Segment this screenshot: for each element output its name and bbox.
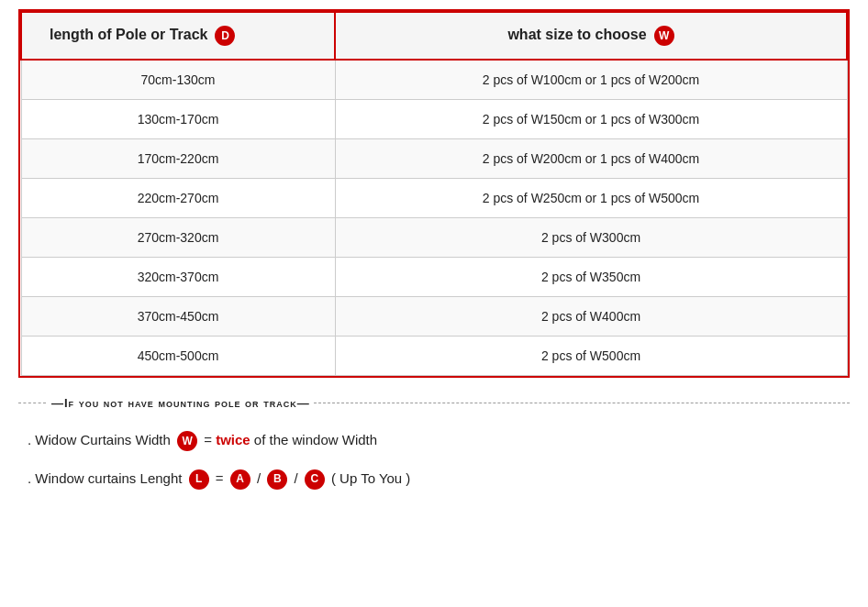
badge-w-header: W [654,26,674,46]
main-container: length of Pole or TrackD what size to ch… [18,9,850,513]
col-pole-label: length of Pole or Track [50,27,207,42]
cell-size: 2 pcs of W200cm or 1 pcs of W400cm [335,139,847,179]
cell-range: 270cm-320cm [21,218,335,258]
note-line2-prefix: . Window curtains Lenght [28,470,182,486]
table-row: 370cm-450cm2 pcs of W400cm [21,297,847,337]
badge-d: D [215,26,235,46]
cell-range: 320cm-370cm [21,258,335,297]
table-row: 70cm-130cm2 pcs of W100cm or 1 pcs of W2… [21,60,847,100]
table-row: 270cm-320cm2 pcs of W300cm [21,218,847,258]
col-pole-header: length of Pole or TrackD [21,12,335,60]
cell-range: 70cm-130cm [21,60,335,100]
cell-size: 2 pcs of W350cm [335,258,847,297]
cell-range: 220cm-270cm [21,179,335,218]
notes-section: —If you not have mounting pole or track—… [18,396,850,513]
note-line-1: . Widow Curtains Width W = twice of the … [18,428,850,452]
cell-range: 130cm-170cm [21,100,335,139]
note-line2-equals: = [216,470,228,486]
cell-size: 2 pcs of W100cm or 1 pcs of W200cm [335,60,847,100]
note-line1-prefix: . Widow Curtains Width [28,432,171,447]
divider-dash-right [314,403,850,403]
cell-range: 170cm-220cm [21,139,335,179]
table-row: 320cm-370cm2 pcs of W350cm [21,258,847,297]
note-line2-suffix: ( Up To You ) [331,470,410,486]
note-line2-slash2: / [294,470,301,486]
note-line-2: . Window curtains Lenght L = A / B / C (… [18,467,850,491]
cell-size: 2 pcs of W500cm [335,337,847,376]
cell-range: 370cm-450cm [21,297,335,337]
cell-size: 2 pcs of W300cm [335,218,847,258]
note-line1-equals: = [204,432,216,447]
table-row: 450cm-500cm2 pcs of W500cm [21,337,847,376]
size-guide-table-wrapper: length of Pole or TrackD what size to ch… [18,9,850,378]
table-row: 220cm-270cm2 pcs of W250cm or 1 pcs of W… [21,179,847,218]
size-guide-table: length of Pole or TrackD what size to ch… [20,11,848,376]
cell-size: 2 pcs of W250cm or 1 pcs of W500cm [335,179,847,218]
divider-dash-left [18,403,46,403]
cell-size: 2 pcs of W150cm or 1 pcs of W300cm [335,100,847,139]
note-line2-slash1: / [257,470,264,486]
col-size-label: what size to choose [507,27,646,42]
badge-b: B [267,469,287,490]
badge-c: C [305,469,325,490]
divider-label: —If you not have mounting pole or track— [48,396,314,410]
cell-size: 2 pcs of W400cm [335,297,847,337]
note-line1-suffix: of the window Width [254,432,377,447]
col-size-header: what size to chooseW [335,12,847,60]
table-row: 170cm-220cm2 pcs of W200cm or 1 pcs of W… [21,139,847,179]
cell-range: 450cm-500cm [21,337,335,376]
divider-row: —If you not have mounting pole or track— [18,396,850,410]
badge-w-note: W [177,431,197,451]
badge-a: A [230,469,250,490]
badge-l: L [189,469,209,490]
table-row: 130cm-170cm2 pcs of W150cm or 1 pcs of W… [21,100,847,139]
note-line1-highlight: twice [216,432,250,447]
